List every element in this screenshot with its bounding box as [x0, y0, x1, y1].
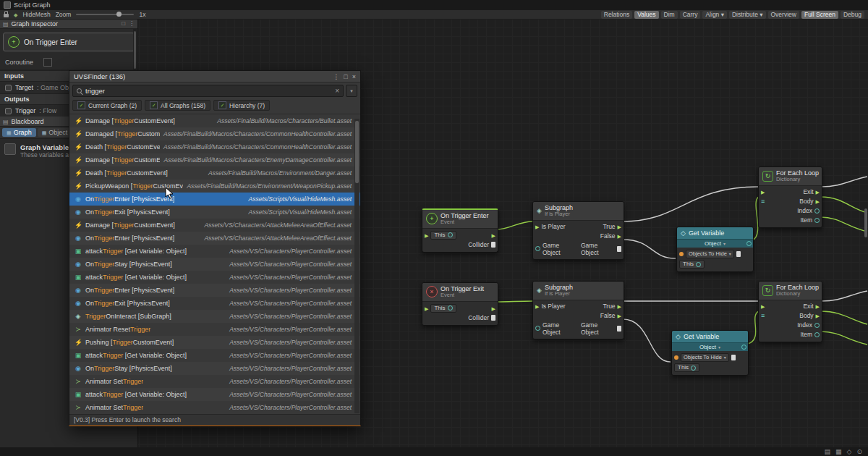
port-row[interactable]: Objects To Hide▾	[677, 249, 753, 259]
port-row[interactable]: False	[533, 232, 624, 241]
flow-in-port[interactable]	[761, 303, 765, 310]
account-icon[interactable]	[856, 447, 862, 456]
value-out-port[interactable]	[746, 241, 752, 246]
toolbar-button-full-screen[interactable]: Full Screen	[801, 11, 838, 19]
finder-result-row[interactable]: Damaged [TriggerCustomEvent]Assets/Final…	[69, 127, 360, 140]
port-row[interactable]: Index	[759, 206, 822, 216]
zoom-slider[interactable]	[76, 14, 134, 15]
object-port[interactable]	[691, 366, 696, 371]
graph-inspector-header[interactable]: Graph Inspector	[0, 19, 137, 29]
flow-in-port[interactable]	[535, 303, 539, 310]
port-row[interactable]: Exit	[759, 302, 822, 311]
finder-result-row[interactable]: Animator SetTriggerAssets/VS/Characters/…	[69, 375, 360, 388]
notifications-icon[interactable]	[825, 447, 831, 456]
port-row[interactable]: False	[533, 311, 624, 321]
port-row[interactable]: This	[422, 230, 498, 240]
value-port[interactable]	[814, 218, 820, 223]
finder-result-row[interactable]: Damage [TriggerCustomEvent]Assets/FinalB…	[69, 153, 360, 166]
object-in-port[interactable]	[535, 246, 540, 251]
toolbar-button-values[interactable]: Values	[634, 11, 658, 19]
game-object-doc-icon[interactable]	[617, 246, 621, 252]
finder-result-row[interactable]: Damage [TriggerCustomEvent]Assets/FinalB…	[69, 114, 360, 127]
toolbar-button-dim[interactable]: Dim	[661, 11, 678, 19]
port-row[interactable]: Objects To Hide▾	[672, 352, 748, 363]
canvas-vscrollbar[interactable]	[864, 208, 867, 237]
search-box[interactable]: ×	[72, 85, 344, 97]
selected-node-box[interactable]: On Trigger Enter	[3, 33, 135, 51]
finder-scrollbar[interactable]	[354, 119, 359, 413]
finder-tab-hierarchy-7[interactable]: Hierarchy (7)	[213, 100, 270, 111]
finder-tab-all-graphs-158[interactable]: All Graphs (158)	[145, 100, 210, 111]
variable-scope-dropdown[interactable]: Object▾	[677, 240, 753, 248]
finder-result-row[interactable]: OnTriggerExit [PhysicsEvent]Assets/Scrip…	[69, 206, 360, 219]
port-row[interactable]: Collider	[422, 313, 498, 323]
variable-name-port[interactable]	[679, 252, 684, 256]
finder-result-row[interactable]: Animator ResetTriggerAssets/VS/Character…	[69, 323, 360, 336]
finder-result-row[interactable]: OnTriggerEnter [PhysicsEvent]Assets/Scri…	[69, 193, 360, 206]
object-in-port[interactable]	[535, 326, 540, 331]
toolbar-button-distribute[interactable]: Distribute ▾	[729, 11, 766, 19]
search-input[interactable]	[85, 87, 331, 95]
finder-result-row[interactable]: Damage [TriggerCustomEvent]Assets/VS/Cha…	[69, 219, 360, 232]
node-on-trigger-enter[interactable]: On Trigger Enter Event This Collider	[422, 208, 498, 253]
toolbar-button-carry[interactable]: Carry	[680, 11, 701, 19]
collider-doc-icon[interactable]	[491, 242, 495, 248]
value-out-port[interactable]	[741, 345, 746, 350]
variable-doc-icon[interactable]	[731, 355, 736, 360]
packages-icon[interactable]	[835, 447, 842, 456]
finder-result-row[interactable]: Animator SetTriggerAssets/VS/Characters/…	[69, 401, 360, 414]
node-subgraph-if-is-player-2[interactable]: Subgraph If is Player Is Player True Fal…	[532, 281, 624, 339]
coroutine-checkbox[interactable]	[43, 58, 52, 67]
port-row[interactable]: Game Object Game Object	[533, 321, 624, 337]
port-row[interactable]: Item	[759, 216, 822, 225]
port-row[interactable]: Item	[759, 330, 822, 339]
finder-result-row[interactable]: TriggerOnInteract [SubGraph]Assets/VS/Ch…	[69, 310, 360, 323]
finder-result-row[interactable]: Death [TriggerCustomEvent]Assets/FinalBu…	[69, 140, 360, 153]
object-port[interactable]	[696, 262, 701, 267]
port-row[interactable]: Collider	[422, 240, 498, 250]
finder-result-row[interactable]: attackTrigger [Get Variable: Object]Asse…	[69, 349, 360, 362]
flow-out-port[interactable]	[816, 303, 820, 310]
port-row[interactable]: Game Object Game Object	[533, 241, 624, 257]
variable-doc-icon[interactable]	[736, 251, 741, 257]
collection-port-icon[interactable]	[761, 198, 765, 205]
dock-icon[interactable]	[122, 20, 125, 27]
node-get-variable-1[interactable]: Get Variable Object▾ Objects To Hide▾ Th…	[676, 227, 754, 272]
scrollbar-thumb[interactable]	[355, 121, 359, 183]
flow-out-port[interactable]	[492, 305, 495, 312]
toolbar-button-relations[interactable]: Relations	[601, 11, 632, 19]
flow-in-port[interactable]	[425, 232, 428, 239]
menu-icon[interactable]	[333, 73, 339, 80]
port-row[interactable]: Body	[759, 197, 822, 206]
this-field[interactable]: This	[430, 231, 456, 240]
object-port[interactable]	[448, 232, 453, 237]
checkbox-checked-icon[interactable]	[77, 101, 85, 109]
finder-result-row[interactable]: Pushing [TriggerCustomEvent]Assets/VS/Ch…	[69, 336, 360, 349]
finder-result-row[interactable]: Death [TriggerCustomEvent]Assets/FinalBu…	[69, 166, 360, 180]
variable-name-dropdown[interactable]: Objects To Hide▾	[686, 250, 734, 258]
flow-in-port[interactable]	[761, 188, 765, 195]
flow-out-port[interactable]	[618, 303, 621, 310]
uvsfinder-titlebar[interactable]: UVSFinder (136)	[69, 71, 360, 83]
port-row[interactable]: Is Player True	[533, 302, 624, 311]
flow-out-port[interactable]	[618, 232, 621, 240]
flow-out-port[interactable]	[618, 312, 621, 319]
port-row[interactable]: Index	[759, 321, 822, 330]
collection-port-icon[interactable]	[761, 312, 765, 319]
node-get-variable-2[interactable]: Get Variable Object▾ Objects To Hide▾ Th…	[671, 330, 749, 376]
port-row[interactable]: Exit	[759, 187, 822, 197]
game-object-doc-icon[interactable]	[617, 326, 621, 332]
node-for-each-loop-2[interactable]: For Each Loop Dictionary Exit Body Index…	[758, 281, 822, 342]
console-icon[interactable]	[847, 447, 852, 456]
clear-search-icon[interactable]: ×	[335, 87, 339, 95]
this-field[interactable]: This	[679, 260, 705, 269]
port-row[interactable]: Is Player True	[533, 222, 624, 232]
lock-icon[interactable]	[4, 14, 9, 17]
node-subgraph-if-is-player-1[interactable]: Subgraph If is Player Is Player True Fal…	[532, 201, 624, 260]
toolbar-button-debug[interactable]: Debug	[841, 11, 864, 19]
flow-out-port[interactable]	[492, 232, 495, 239]
flow-out-port[interactable]	[816, 198, 820, 205]
finder-result-row[interactable]: OnTriggerEnter [PhysicsEvent]Assets/VS/C…	[69, 284, 360, 297]
finder-result-row[interactable]: PickupWeapon [TriggerCustomEvent]Assets/…	[69, 180, 360, 193]
toolbar-button-align[interactable]: Align ▾	[702, 11, 727, 19]
